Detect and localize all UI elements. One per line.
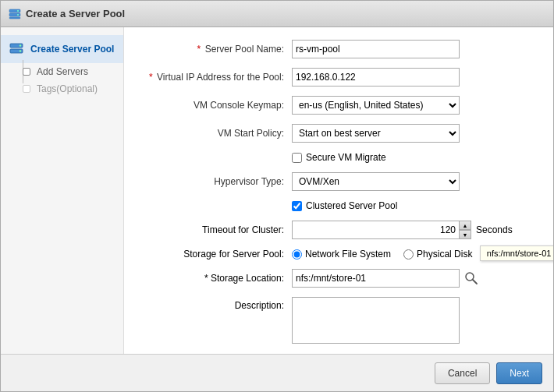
dialog-title-text: Create a Server Pool: [26, 8, 125, 19]
storage-location-row: * Storage Location:: [140, 269, 538, 288]
vm-start-policy-row: VM Start Policy: Start on best server St…: [140, 124, 538, 143]
hypervisor-type-control: OVM/Xen KVM VMware: [292, 172, 538, 191]
hypervisor-type-select[interactable]: OVM/Xen KVM VMware: [292, 172, 460, 191]
dialog-body: Create Server Pool Add Servers Tags(Opti…: [1, 27, 553, 354]
svg-point-8: [20, 50, 21, 51]
virtual-ip-input[interactable]: [292, 68, 460, 87]
storage-network-label: Network File System: [292, 249, 391, 260]
sidebar-item-tags-optional-label: Tags(Optional): [37, 83, 98, 94]
hypervisor-type-label: Hypervisor Type:: [140, 176, 292, 187]
cancel-button[interactable]: Cancel: [435, 362, 490, 384]
storage-label: Storage for Server Pool:: [140, 249, 292, 260]
description-row: Description:: [140, 297, 538, 344]
timeout-unit: Seconds: [476, 224, 513, 235]
virtual-ip-required: *: [149, 72, 153, 83]
description-label: Description:: [140, 297, 292, 311]
timeout-input[interactable]: [292, 221, 460, 239]
svg-point-7: [20, 44, 21, 46]
main-content: * Server Pool Name: * Virtual IP Address…: [124, 27, 553, 354]
create-server-pool-dialog: Create a Server Pool Create Server Pool …: [0, 0, 554, 392]
secure-vm-migrate-checkbox[interactable]: [292, 153, 302, 163]
vm-console-keymap-row: VM Console Keymap: en-us (English, Unite…: [140, 96, 538, 115]
vm-start-policy-select[interactable]: Start on best server Start on any server…: [292, 124, 460, 143]
svg-line-10: [473, 280, 477, 284]
vm-console-keymap-control: en-us (English, United States) de (Germa…: [292, 96, 538, 115]
server-pool-name-required: *: [197, 44, 201, 55]
virtual-ip-label: * Virtual IP Address for the Pool:: [140, 72, 292, 83]
tags-optional-dot: [23, 85, 30, 93]
server-pool-icon: [9, 8, 21, 20]
server-pool-name-input[interactable]: [292, 40, 460, 58]
virtual-ip-control: [292, 68, 538, 87]
storage-tooltip: nfs:/mnt/store-01: [480, 245, 553, 261]
sidebar-item-add-servers[interactable]: Add Servers: [15, 63, 123, 80]
storage-physical-label: Physical Disk: [403, 249, 472, 260]
create-server-pool-icon: [9, 41, 24, 57]
sidebar: Create Server Pool Add Servers Tags(Opti…: [1, 27, 124, 354]
vm-console-keymap-label: VM Console Keymap:: [140, 100, 292, 111]
virtual-ip-row: * Virtual IP Address for the Pool:: [140, 68, 538, 87]
storage-radio-group: Network File System Physical Disk nfs:/m…: [292, 249, 472, 260]
svg-point-3: [17, 10, 19, 12]
timeout-label: Timeout for Cluster:: [140, 224, 292, 235]
timeout-spinner-buttons: ▲ ▼: [459, 221, 471, 239]
vm-start-policy-label: VM Start Policy:: [140, 128, 292, 139]
vm-console-keymap-select[interactable]: en-us (English, United States) de (Germa…: [292, 96, 460, 115]
sidebar-item-add-servers-label: Add Servers: [37, 66, 88, 77]
timeout-spinner: ▲ ▼: [292, 221, 471, 239]
next-button[interactable]: Next: [496, 362, 542, 384]
add-servers-dot: [23, 68, 30, 76]
secure-vm-migrate-row: Secure VM Migrate: [292, 152, 538, 163]
server-pool-name-row: * Server Pool Name:: [140, 40, 538, 58]
storage-row: Storage for Server Pool: Network File Sy…: [140, 249, 538, 260]
clustered-server-pool-checkbox[interactable]: [292, 201, 302, 211]
sidebar-item-create-server-pool[interactable]: Create Server Pool: [1, 35, 123, 63]
storage-location-required: *: [204, 273, 208, 284]
svg-rect-2: [9, 17, 20, 19]
storage-physical-radio[interactable]: [403, 249, 414, 260]
timeout-decrement-button[interactable]: ▼: [459, 230, 471, 239]
server-pool-name-label: * Server Pool Name:: [140, 44, 292, 55]
sidebar-item-tags-optional[interactable]: Tags(Optional): [15, 80, 123, 97]
storage-location-input-group: [292, 269, 480, 288]
sidebar-item-create-server-pool-label: Create Server Pool: [30, 44, 114, 55]
storage-location-input[interactable]: [292, 269, 460, 288]
storage-network-radio[interactable]: [292, 249, 302, 260]
svg-point-4: [17, 14, 19, 16]
vm-start-policy-control: Start on best server Start on any server…: [292, 124, 538, 143]
secure-vm-migrate-label: Secure VM Migrate: [306, 152, 386, 163]
clustered-server-pool-label: Clustered Server Pool: [306, 200, 397, 211]
timeout-row: Timeout for Cluster: ▲ ▼ Seconds: [140, 221, 538, 239]
hypervisor-type-row: Hypervisor Type: OVM/Xen KVM VMware: [140, 172, 538, 191]
timeout-increment-button[interactable]: ▲: [459, 221, 471, 230]
storage-location-browse-button[interactable]: [463, 270, 480, 287]
dialog-footer: Cancel Next: [1, 354, 553, 391]
server-pool-name-control: [292, 40, 538, 58]
search-icon: [464, 271, 478, 285]
clustered-server-pool-row: Clustered Server Pool: [292, 200, 538, 211]
timeout-input-group: ▲ ▼ Seconds: [292, 221, 513, 239]
storage-location-label: * Storage Location:: [140, 273, 292, 284]
description-textarea[interactable]: [292, 297, 460, 344]
dialog-title-bar: Create a Server Pool: [1, 1, 553, 27]
